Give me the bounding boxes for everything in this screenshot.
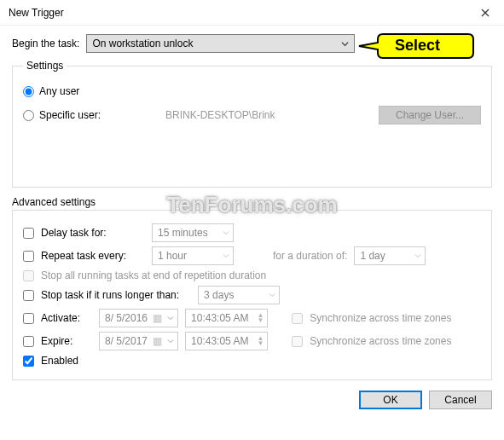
delay-checkbox[interactable] (23, 228, 34, 239)
cancel-button[interactable]: Cancel (429, 391, 492, 409)
specific-user-radio[interactable] (23, 110, 34, 121)
repeat-label: Repeat task every: (41, 250, 145, 262)
activate-checkbox[interactable] (23, 313, 34, 324)
spinner-icon: ▲▼ (257, 336, 264, 346)
expire-time[interactable]: 10:43:05 AM ▲▼ (185, 332, 268, 350)
duration-value: 1 day (360, 250, 385, 262)
stop-rep-checkbox (23, 270, 34, 281)
any-user-radio[interactable] (23, 86, 34, 97)
enabled-label: Enabled (41, 355, 78, 367)
activate-time-value: 10:43:05 AM (191, 312, 248, 324)
settings-legend: Settings (23, 60, 67, 72)
advanced-legend: Advanced settings (12, 196, 492, 208)
specific-user-value: BRINK-DESKTOP\Brink (165, 109, 374, 121)
window-title: New Trigger (9, 7, 64, 19)
close-icon (481, 9, 490, 17)
calendar-icon: ▦ (153, 312, 162, 324)
chevron-down-icon (223, 229, 229, 236)
sync1-label: Synchronize across time zones (310, 312, 451, 324)
expire-checkbox[interactable] (23, 336, 34, 347)
stop-task-label: Stop task if it runs longer than: (41, 289, 179, 301)
expire-date[interactable]: 8/ 5/2017 ▦ (99, 332, 178, 350)
activate-label: Activate: (41, 312, 92, 324)
chevron-down-icon (223, 252, 229, 259)
begin-task-select[interactable]: On workstation unlock (86, 34, 355, 53)
expire-date-value: 8/ 5/2017 (105, 335, 148, 347)
delay-value: 15 minutes (158, 227, 208, 239)
begin-task-value: On workstation unlock (92, 38, 193, 49)
button-bar: OK Cancel (12, 391, 492, 409)
chevron-down-icon (167, 315, 174, 321)
stop-rep-label: Stop all running tasks at end of repetit… (41, 269, 266, 281)
delay-label: Delay task for: (41, 227, 145, 239)
chevron-down-icon (341, 40, 349, 48)
specific-user-label: Specific user: (39, 109, 101, 121)
duration-label: for a duration of: (273, 250, 347, 262)
delay-select[interactable]: 15 minutes (152, 223, 234, 242)
expire-time-value: 10:43:05 AM (191, 335, 248, 347)
expire-label: Expire: (41, 335, 92, 347)
ok-button[interactable]: OK (359, 391, 422, 409)
duration-select[interactable]: 1 day (354, 246, 426, 265)
settings-group: Settings Any user Specific user: BRINK-D… (12, 60, 492, 188)
sync2-checkbox (292, 336, 303, 347)
close-button[interactable] (466, 0, 504, 26)
any-user-label: Any user (39, 85, 79, 97)
chevron-down-icon (269, 292, 275, 298)
begin-task-label: Begin the task: (12, 38, 79, 49)
activate-date-value: 8/ 5/2016 (105, 312, 148, 324)
stop-task-checkbox[interactable] (23, 290, 34, 301)
chevron-down-icon (414, 252, 421, 259)
repeat-value: 1 hour (158, 250, 187, 262)
enabled-checkbox[interactable] (23, 356, 34, 367)
callout-label: Select (395, 37, 440, 55)
repeat-select[interactable]: 1 hour (152, 246, 234, 265)
advanced-group: Delay task for: 15 minutes Repeat task e… (12, 210, 492, 380)
select-callout: Select (357, 31, 477, 61)
activate-time[interactable]: 10:43:05 AM ▲▼ (185, 309, 268, 327)
spinner-icon: ▲▼ (257, 313, 264, 323)
titlebar: New Trigger (0, 0, 504, 26)
sync2-label: Synchronize across time zones (310, 335, 451, 347)
activate-date[interactable]: 8/ 5/2016 ▦ (99, 309, 178, 327)
chevron-down-icon (167, 338, 174, 344)
repeat-checkbox[interactable] (23, 251, 34, 262)
sync1-checkbox (292, 313, 303, 324)
stop-task-value: 3 days (204, 289, 234, 301)
change-user-button: Change User... (379, 106, 481, 124)
stop-task-select[interactable]: 3 days (198, 286, 280, 304)
calendar-icon: ▦ (153, 335, 162, 347)
